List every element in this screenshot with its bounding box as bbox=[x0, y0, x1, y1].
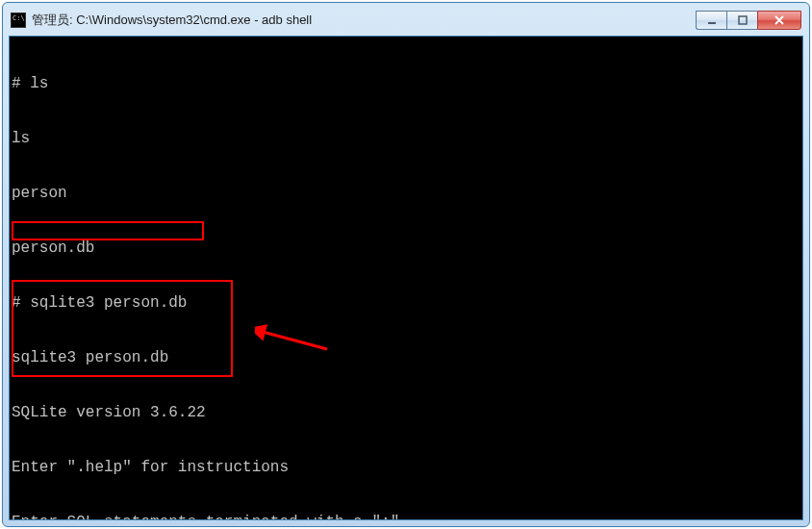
minimize-button[interactable] bbox=[696, 11, 726, 30]
terminal-line: person.db bbox=[12, 239, 800, 258]
window-title: 管理员: C:\Windows\system32\cmd.exe - adb s… bbox=[32, 12, 696, 29]
terminal-line: # ls bbox=[12, 75, 800, 93]
svg-rect-0 bbox=[708, 22, 716, 24]
close-button[interactable] bbox=[757, 11, 801, 30]
titlebar[interactable]: 管理员: C:\Windows\system32\cmd.exe - adb s… bbox=[9, 9, 803, 32]
annotation-box-query bbox=[12, 221, 204, 240]
maximize-button[interactable] bbox=[726, 11, 757, 30]
svg-line-2 bbox=[263, 332, 327, 349]
terminal-line: Enter SQL statements terminated with a "… bbox=[12, 514, 800, 520]
terminal-output[interactable]: # ls ls person person.db # sqlite3 perso… bbox=[9, 36, 803, 520]
terminal-line: SQLite version 3.6.22 bbox=[12, 404, 800, 422]
terminal-line: Enter ".help" for instructions bbox=[12, 459, 800, 477]
terminal-line: person bbox=[12, 185, 800, 203]
cmd-window: 管理员: C:\Windows\system32\cmd.exe - adb s… bbox=[2, 2, 810, 527]
svg-rect-1 bbox=[739, 16, 747, 24]
terminal-line: sqlite3 person.db bbox=[12, 349, 800, 367]
terminal-line: ls bbox=[12, 130, 800, 148]
window-controls bbox=[696, 11, 801, 30]
cmd-icon bbox=[11, 13, 26, 28]
terminal-line: # sqlite3 person.db bbox=[12, 294, 800, 313]
